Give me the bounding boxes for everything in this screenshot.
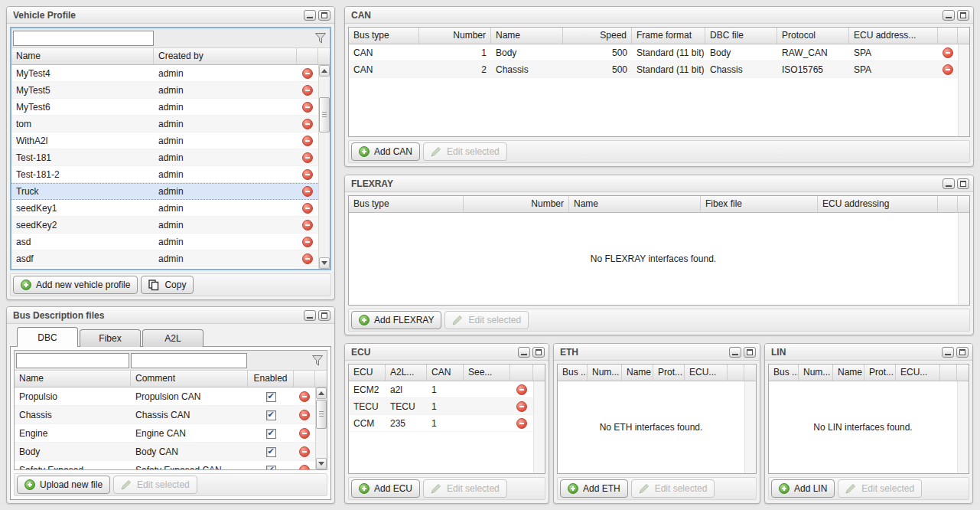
maximize-button[interactable] bbox=[318, 310, 330, 321]
maximize-button[interactable] bbox=[956, 347, 969, 358]
column-header-name[interactable]: Name bbox=[491, 28, 563, 44]
enabled-checkbox[interactable] bbox=[266, 410, 276, 420]
add-can-button[interactable]: Add CAN bbox=[351, 142, 420, 161]
table-row[interactable]: seedKey2admin bbox=[11, 217, 318, 234]
delete-icon[interactable] bbox=[302, 220, 313, 230]
enabled-checkbox[interactable] bbox=[266, 447, 276, 457]
minimize-button[interactable] bbox=[304, 10, 316, 21]
maximize-button[interactable] bbox=[532, 347, 545, 358]
name-filter-input[interactable] bbox=[16, 353, 129, 368]
tab-fibex[interactable]: Fibex bbox=[80, 329, 141, 347]
column-header-ecu-addressing[interactable]: ECU address... bbox=[849, 28, 938, 44]
column-header-number[interactable]: Number bbox=[419, 28, 491, 44]
scrollbar-thumb[interactable] bbox=[316, 400, 327, 429]
table-row[interactable]: Test-181-2admin bbox=[11, 166, 318, 183]
maximize-button[interactable] bbox=[957, 178, 969, 189]
delete-icon[interactable] bbox=[302, 119, 313, 129]
table-row[interactable]: ECM2a2l1 bbox=[349, 381, 533, 398]
table-row[interactable]: tomadmin bbox=[11, 116, 318, 132]
vertical-scrollbar[interactable] bbox=[318, 65, 330, 269]
scroll-up-button[interactable] bbox=[319, 65, 330, 77]
table-row[interactable]: TECUTECU1 bbox=[349, 398, 533, 415]
column-header-created-by[interactable]: Created by bbox=[154, 48, 297, 64]
minimize-button[interactable] bbox=[943, 178, 955, 189]
column-header-a2l[interactable]: A2L... bbox=[386, 365, 427, 381]
column-header-fibex-file[interactable]: Fibex file bbox=[701, 196, 818, 212]
column-header-dbc-file[interactable]: DBC file bbox=[705, 28, 777, 44]
column-header-protocol[interactable]: Prot... bbox=[864, 365, 896, 381]
table-row[interactable]: MyTest6admin bbox=[11, 99, 318, 116]
edit-selected-button[interactable]: Edit selected bbox=[631, 479, 715, 498]
copy-button[interactable]: Copy bbox=[141, 276, 194, 294]
table-row[interactable]: CAN1Body500Standard (11 bit)BodyRAW_CANS… bbox=[349, 44, 958, 61]
scrollbar-thumb[interactable] bbox=[319, 97, 330, 132]
minimize-button[interactable] bbox=[518, 347, 530, 358]
column-header-bus-type[interactable]: Bus type bbox=[349, 28, 419, 44]
delete-icon[interactable] bbox=[302, 169, 313, 180]
add-ecu-button[interactable]: Add ECU bbox=[351, 479, 420, 498]
column-header-number[interactable]: Number bbox=[464, 196, 569, 212]
minimize-button[interactable] bbox=[943, 10, 955, 21]
table-row[interactable]: CAN2Chassis500Standard (11 bit)ChassisIS… bbox=[349, 61, 958, 78]
delete-icon[interactable] bbox=[516, 384, 527, 395]
scroll-down-button[interactable] bbox=[316, 458, 327, 469]
delete-icon[interactable] bbox=[302, 102, 313, 113]
delete-icon[interactable] bbox=[299, 428, 310, 439]
add-lin-button[interactable]: Add LIN bbox=[771, 479, 835, 498]
table-row[interactable]: WithA2ladmin bbox=[11, 132, 318, 149]
delete-icon[interactable] bbox=[302, 186, 313, 197]
table-row[interactable]: Truckadmin bbox=[11, 183, 318, 200]
table-row[interactable]: CCM2351 bbox=[349, 415, 533, 432]
column-header-seed[interactable]: See... bbox=[464, 365, 510, 381]
delete-icon[interactable] bbox=[299, 446, 310, 457]
column-header-can[interactable]: CAN bbox=[427, 365, 464, 381]
column-header-protocol[interactable]: Prot... bbox=[653, 365, 685, 381]
table-row[interactable]: KKT1V4O8CHadmin bbox=[11, 267, 318, 269]
table-row[interactable]: MyTest4admin bbox=[11, 65, 318, 82]
tab-dbc[interactable]: DBC bbox=[17, 327, 78, 347]
enabled-checkbox[interactable] bbox=[266, 429, 276, 439]
table-row[interactable]: ChassisChassis CAN bbox=[15, 406, 315, 424]
delete-icon[interactable] bbox=[299, 465, 310, 469]
delete-icon[interactable] bbox=[302, 237, 313, 247]
column-header-enabled[interactable]: Enabled bbox=[248, 371, 294, 387]
column-header-protocol[interactable]: Protocol bbox=[777, 28, 849, 44]
filter-funnel-icon[interactable] bbox=[311, 355, 324, 367]
column-header-name[interactable]: Name bbox=[15, 371, 131, 387]
delete-icon[interactable] bbox=[302, 85, 313, 96]
delete-icon[interactable] bbox=[302, 253, 313, 264]
column-header-ecu[interactable]: ECU... bbox=[896, 365, 940, 381]
column-header-bus-type[interactable]: Bus ... bbox=[769, 365, 799, 381]
table-row[interactable]: BodyBody CAN bbox=[15, 443, 315, 461]
delete-icon[interactable] bbox=[302, 68, 313, 79]
delete-icon[interactable] bbox=[302, 136, 313, 146]
tab-a2l[interactable]: A2L bbox=[142, 329, 203, 347]
column-header-number[interactable]: Num... bbox=[799, 365, 833, 381]
column-header-bus-type[interactable]: Bus type bbox=[349, 196, 464, 212]
table-row[interactable]: asdfadmin bbox=[11, 250, 318, 267]
column-header-speed[interactable]: Speed bbox=[563, 28, 632, 44]
delete-icon[interactable] bbox=[299, 391, 310, 402]
add-flexray-button[interactable]: Add FLEXRAY bbox=[351, 311, 441, 329]
table-row[interactable]: Test-181admin bbox=[11, 149, 318, 166]
delete-icon[interactable] bbox=[302, 152, 313, 163]
column-header-comment[interactable]: Comment bbox=[131, 371, 248, 387]
column-header-ecu[interactable]: ECU... bbox=[685, 365, 728, 381]
maximize-button[interactable] bbox=[744, 347, 756, 358]
delete-icon[interactable] bbox=[943, 64, 953, 75]
minimize-button[interactable] bbox=[729, 347, 741, 358]
enabled-checkbox[interactable] bbox=[266, 392, 276, 402]
column-header-bus-type[interactable]: Bus ... bbox=[558, 365, 588, 381]
comment-filter-input[interactable] bbox=[131, 353, 247, 368]
column-header-name[interactable]: Name bbox=[622, 365, 653, 381]
table-row[interactable]: PropulsioPropulsion CAN bbox=[15, 387, 315, 406]
column-header-name[interactable]: Name bbox=[569, 196, 701, 212]
upload-new-file-button[interactable]: Upload new file bbox=[17, 476, 110, 494]
filter-funnel-icon[interactable] bbox=[314, 32, 327, 44]
column-header-name[interactable]: Name bbox=[833, 365, 864, 381]
edit-selected-button[interactable]: Edit selected bbox=[113, 476, 197, 494]
table-row[interactable]: EngineEngine CAN bbox=[15, 424, 315, 443]
maximize-button[interactable] bbox=[318, 10, 330, 21]
column-header-name[interactable]: Name bbox=[11, 48, 154, 64]
column-header-ecu[interactable]: ECU bbox=[349, 365, 386, 381]
